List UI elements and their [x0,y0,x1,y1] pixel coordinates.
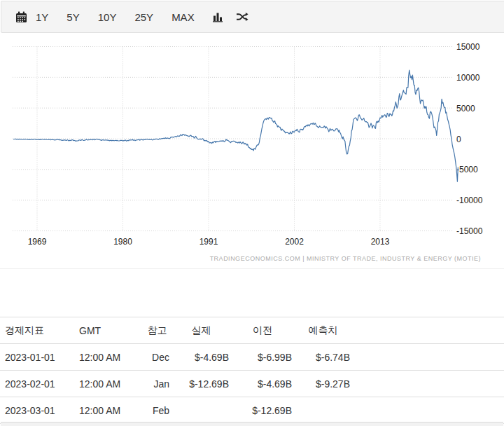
cell-gmt: 12:00 AM [74,344,143,371]
cell-forecast: $-9.27B [294,371,352,397]
cell-date: 2023-02-01 [0,371,74,397]
cell-reference: Feb [143,397,172,424]
y-axis-label: -5000 [456,165,478,174]
range-button-max[interactable]: MAX [172,12,195,22]
x-axis-label: 1969 [28,237,47,247]
col-header-gmt: GMT [74,317,143,344]
cell-previous: $-12.69B [231,397,294,424]
next-widget-toolbar-partial [1,422,503,426]
economic-calendar: 경제지표 GMT 참고 실제 이전 예측치 2023-01-01 12:00 A… [0,317,504,424]
y-axis-label: 15000 [456,42,480,52]
bar-chart-icon-glyph [213,11,223,22]
cell-previous: $-6.99B [231,344,294,371]
calendar-icon-glyph [15,11,27,23]
series-line [14,70,458,181]
cell-previous: $-4.69B [231,371,294,397]
range-button-5y[interactable]: 5Y [66,12,79,22]
cell-actual [172,397,231,424]
x-axis-label: 2013 [371,237,390,247]
table-row[interactable]: 2023-02-01 12:00 AM Jan $-12.69B $-4.69B… [0,371,504,397]
cell-gmt: 12:00 AM [74,397,143,424]
trade-balance-chart[interactable]: 150001000050000-5000-10000-1500019691980… [0,33,504,270]
col-header-spacer [352,317,504,344]
col-header-actual: 실제 [172,317,231,344]
trading-economics-widget: 1Y 5Y 10Y 25Y MAX 150001000050000-5000-1… [0,0,504,426]
x-axis-label: 1991 [200,237,218,247]
x-axis-label: 1980 [113,237,132,247]
col-header-indicator: 경제지표 [0,317,74,344]
shuffle-icon-glyph [236,11,248,22]
cell-reference: Jan [143,371,172,397]
col-header-forecast: 예측치 [294,317,352,344]
calendar-icon[interactable] [15,11,27,23]
bar-chart-icon[interactable] [213,11,223,22]
range-button-1y[interactable]: 1Y [36,12,48,22]
cell-actual: $-12.69B [172,371,231,397]
cell-spacer [352,371,504,397]
shuffle-icon[interactable] [236,11,248,22]
chart-attribution: TRADINGECONOMICS.COM | MINISTRY OF TRADE… [210,255,481,262]
cell-spacer [352,397,504,424]
y-axis-label: 10000 [456,73,480,83]
cell-reference: Dec [143,344,172,371]
cell-forecast: $-6.74B [294,344,352,371]
chart-table-divider [0,268,504,269]
cell-forecast [294,397,352,424]
y-axis-label: -10000 [456,195,483,205]
col-header-previous: 이전 [231,317,294,344]
cell-date: 2023-01-01 [0,344,74,371]
x-axis-label: 2002 [285,237,304,247]
y-axis-label: 5000 [456,104,475,114]
chart-toolbar: 1Y 5Y 10Y 25Y MAX [1,1,504,33]
economic-calendar-table: 경제지표 GMT 참고 실제 이전 예측치 2023-01-01 12:00 A… [0,317,504,424]
y-axis-label: -15000 [456,226,483,236]
y-axis-label: 0 [456,135,461,144]
cell-date: 2023-03-01 [0,397,74,424]
table-header-row: 경제지표 GMT 참고 실제 이전 예측치 [0,317,504,344]
col-header-reference: 참고 [143,317,172,344]
cell-gmt: 12:00 AM [74,371,143,397]
cell-actual: $-4.69B [172,344,231,371]
range-button-10y[interactable]: 10Y [98,12,117,22]
range-button-25y[interactable]: 25Y [134,12,153,22]
table-row[interactable]: 2023-03-01 12:00 AM Feb $-12.69B [0,397,504,424]
table-row[interactable]: 2023-01-01 12:00 AM Dec $-4.69B $-6.99B … [0,344,504,371]
cell-spacer [352,344,504,371]
